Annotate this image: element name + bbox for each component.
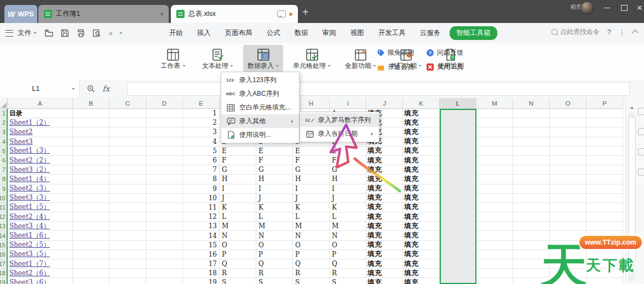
- customize-toolbar-icon[interactable]: [119, 32, 123, 36]
- cell-F19[interactable]: S: [220, 278, 256, 284]
- cell-E9[interactable]: 9: [183, 184, 220, 194]
- cell-E16[interactable]: 16: [183, 250, 220, 259]
- column-header-P[interactable]: P: [586, 98, 623, 109]
- cell-B8[interactable]: [73, 175, 110, 184]
- cell-M6[interactable]: [476, 156, 513, 165]
- cell-G8[interactable]: H: [256, 175, 293, 184]
- cell-F7[interactable]: G: [220, 165, 256, 175]
- side-panel-icon[interactable]: [638, 169, 644, 176]
- cell-K6[interactable]: 填充: [403, 156, 440, 165]
- help-button[interactable]: ?: [607, 28, 611, 36]
- cell-J18[interactable]: 填充: [366, 269, 403, 278]
- cell-B19[interactable]: [73, 278, 110, 284]
- cell-J9[interactable]: 填充: [366, 184, 403, 194]
- column-header-N[interactable]: N: [513, 98, 550, 109]
- cell-N3[interactable]: [513, 127, 550, 137]
- cell-H5[interactable]: E: [293, 147, 330, 156]
- file-menu[interactable]: 文件: [18, 28, 37, 38]
- cell-K1[interactable]: 填充: [403, 109, 440, 118]
- cell-J19[interactable]: 填充: [366, 278, 403, 284]
- cell-O7[interactable]: [550, 165, 586, 175]
- cell-F16[interactable]: P: [220, 250, 256, 259]
- cell-C16[interactable]: [110, 250, 146, 259]
- cell-B15[interactable]: [73, 241, 110, 250]
- cell-F6[interactable]: F: [220, 156, 256, 165]
- cell-O13[interactable]: [550, 222, 586, 231]
- tab-视图[interactable]: 视图: [343, 26, 371, 40]
- cell-O6[interactable]: [550, 156, 586, 165]
- cell-I6[interactable]: F: [330, 156, 366, 165]
- user-avatar[interactable]: [580, 1, 594, 15]
- cell-M15[interactable]: [476, 241, 513, 250]
- cell-A2[interactable]: Sheet1（2）: [8, 118, 73, 127]
- row-header-3[interactable]: 3: [0, 127, 8, 137]
- cell-F17[interactable]: Q: [220, 259, 256, 269]
- column-header-L[interactable]: L: [440, 98, 476, 109]
- row-header-7[interactable]: 7: [0, 165, 8, 175]
- cell-B3[interactable]: [73, 127, 110, 137]
- cell-P3[interactable]: [586, 127, 623, 137]
- submenu-item-录入当前日期[interactable]: 录入当前日期: [300, 127, 379, 141]
- cell-D1[interactable]: [146, 109, 183, 118]
- cell-C10[interactable]: [110, 194, 146, 203]
- cell-D10[interactable]: [146, 194, 183, 203]
- cell-N2[interactable]: [513, 118, 550, 127]
- cell-J16[interactable]: 填充: [366, 250, 403, 259]
- cell-G13[interactable]: M: [256, 222, 293, 231]
- cell-G19[interactable]: S: [256, 278, 293, 284]
- cell-E6[interactable]: 6: [183, 156, 220, 165]
- cell-I13[interactable]: M: [330, 222, 366, 231]
- cell-G14[interactable]: N: [256, 231, 293, 240]
- new-tab-button[interactable]: +: [302, 7, 309, 18]
- cell-G10[interactable]: J: [256, 194, 293, 203]
- cell-P1[interactable]: [586, 109, 623, 118]
- toolbar-button-数据录入[interactable]: 数据录入: [243, 45, 283, 73]
- cell-I16[interactable]: P: [330, 250, 366, 259]
- cell-M12[interactable]: [476, 212, 513, 222]
- fx-icon[interactable]: fx: [102, 84, 110, 93]
- cell-O2[interactable]: [550, 118, 586, 127]
- cell-O10[interactable]: [550, 194, 586, 203]
- cell-K9[interactable]: 填充: [403, 184, 440, 194]
- cell-H8[interactable]: H: [293, 175, 330, 184]
- cell-J12[interactable]: 填充: [366, 212, 403, 222]
- cell-P4[interactable]: [586, 137, 623, 147]
- row-header-11[interactable]: 11: [0, 203, 8, 212]
- row-header-13[interactable]: 13: [0, 222, 8, 231]
- cell-F8[interactable]: H: [220, 175, 256, 184]
- vertical-scrollbar-thumb[interactable]: [628, 117, 636, 263]
- collapse-ribbon-icon[interactable]: [632, 30, 638, 36]
- menu-item-录入123序列[interactable]: 123录入123序列: [221, 73, 299, 87]
- cell-E10[interactable]: 10: [183, 194, 220, 203]
- row-header-6[interactable]: 6: [0, 156, 8, 165]
- cell-A10[interactable]: Sheet3（3）: [8, 194, 73, 203]
- cell-E4[interactable]: 4: [183, 137, 220, 147]
- cell-D17[interactable]: [146, 259, 183, 269]
- cell-N8[interactable]: [513, 175, 550, 184]
- toolbar-link-关闭工具[interactable]: 关闭工具: [426, 62, 463, 72]
- cell-O18[interactable]: [550, 269, 586, 278]
- cell-D4[interactable]: [146, 137, 183, 147]
- cell-A12[interactable]: Sheet2（4）: [8, 212, 73, 222]
- cell-P5[interactable]: [586, 147, 623, 156]
- cell-N17[interactable]: [513, 259, 550, 269]
- side-panel-icon[interactable]: [638, 108, 644, 115]
- cell-D11[interactable]: [146, 203, 183, 212]
- cell-C17[interactable]: [110, 259, 146, 269]
- cell-F15[interactable]: O: [220, 241, 256, 250]
- cell-H10[interactable]: J: [293, 194, 330, 203]
- cell-H9[interactable]: I: [293, 184, 330, 194]
- cell-M11[interactable]: [476, 203, 513, 212]
- cell-D14[interactable]: [146, 231, 183, 240]
- cell-C4[interactable]: [110, 137, 146, 147]
- cell-K10[interactable]: 填充: [403, 194, 440, 203]
- cell-N10[interactable]: [513, 194, 550, 203]
- cell-P2[interactable]: [586, 118, 623, 127]
- cell-C3[interactable]: [110, 127, 146, 137]
- cell-M8[interactable]: [476, 175, 513, 184]
- cell-K12[interactable]: 填充: [403, 212, 440, 222]
- cell-M14[interactable]: [476, 231, 513, 240]
- cell-D12[interactable]: [146, 212, 183, 222]
- side-panel-icon[interactable]: [638, 148, 644, 155]
- toolbar-button-文本处理[interactable]: 文本处理: [198, 45, 238, 73]
